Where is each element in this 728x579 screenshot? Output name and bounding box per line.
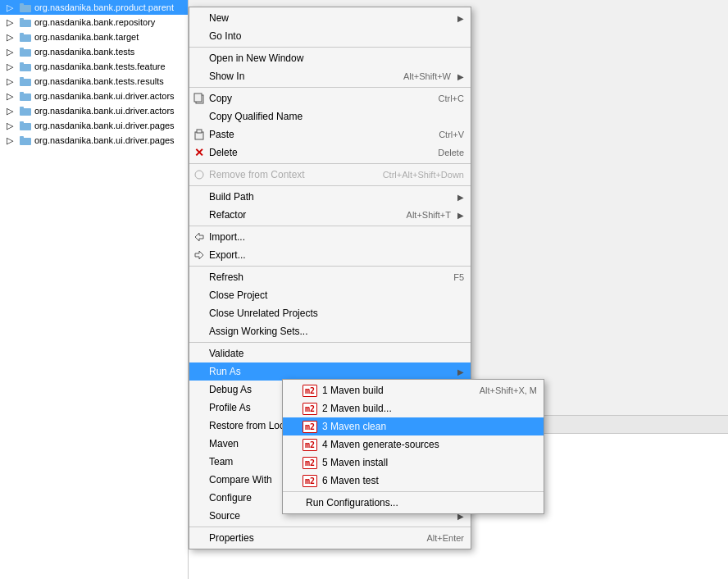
- menu-item-showIn[interactable]: Show In Alt+Shift+W ▶: [189, 67, 471, 85]
- m2-icon-1: m2: [303, 385, 317, 397]
- svg-point-24: [195, 171, 203, 179]
- svg-rect-15: [20, 107, 24, 109]
- menu-item-copyQualifiedName[interactable]: Copy Qualified Name: [189, 107, 471, 125]
- menu-arrow-runAs: ▶: [457, 367, 464, 376]
- submenu-item-maven3[interactable]: m2 3 Maven clean: [283, 417, 544, 435]
- tree-item-label-1: org.nasdanika.bank.repository: [34, 17, 155, 27]
- tree-item-label-6: org.nasdanika.bank.ui.driver.actors: [34, 91, 175, 101]
- menu-item-runAs[interactable]: Run As ▶: [189, 362, 471, 381]
- menu-item-removeFromContext-label: Remove from Context: [209, 169, 366, 180]
- expand-icon-9: ▷: [3, 134, 16, 147]
- menu-separator-8: [189, 527, 471, 527]
- submenu-item-maven2-label: 2 Maven build...: [322, 403, 537, 414]
- submenu-item-maven2[interactable]: m2 2 Maven build...: [283, 399, 544, 417]
- svg-rect-17: [20, 121, 24, 124]
- m2-icon-3: m2: [303, 421, 317, 433]
- remove-context-icon: [193, 168, 206, 181]
- svg-rect-23: [197, 130, 202, 133]
- menu-separator-3: [189, 163, 471, 164]
- submenu-item-maven1-label: 1 Maven build: [322, 385, 480, 396]
- menu-item-validate[interactable]: Validate: [189, 344, 471, 362]
- menu-item-paste[interactable]: Paste Ctrl+V: [189, 125, 471, 144]
- folder-icon-6: [19, 89, 32, 103]
- folder-icon-5: [19, 75, 32, 88]
- menu-item-closeProject[interactable]: Close Project: [189, 286, 471, 304]
- svg-rect-21: [194, 93, 202, 102]
- tree-item-8[interactable]: ▷ org.nasdanika.bank.ui.driver.pages: [0, 118, 188, 133]
- expand-icon-0: ▷: [3, 1, 16, 14]
- expand-icon-6: ▷: [3, 89, 16, 103]
- m2-icon-6: m2: [303, 475, 317, 487]
- menu-item-import-label: Import...: [209, 231, 464, 243]
- menu-item-properties[interactable]: Properties Alt+Enter: [189, 529, 471, 547]
- expand-icon-8: ▷: [3, 119, 16, 132]
- svg-rect-9: [20, 62, 24, 65]
- menu-item-openInNewWindow-label: Open in New Window: [209, 52, 464, 64]
- menu-item-buildPath[interactable]: Build Path ▶: [189, 188, 471, 206]
- menu-item-refactor-label: Refactor: [209, 209, 390, 221]
- submenu-item-maven5[interactable]: m2 5 Maven install: [283, 454, 544, 472]
- submenu-item-runConfigurations-label: Run Configurations...: [303, 497, 537, 508]
- copy-icon: [193, 92, 206, 105]
- submenu-item-runConfigurations[interactable]: Run Configurations...: [283, 494, 544, 512]
- folder-icon-4: [19, 60, 32, 73]
- menu-separator-4: [189, 185, 471, 186]
- menu-shortcut-properties: Alt+Enter: [426, 533, 464, 543]
- menu-arrow-buildPath: ▶: [457, 193, 464, 202]
- menu-item-refresh-label: Refresh: [209, 271, 437, 283]
- svg-rect-11: [20, 77, 24, 80]
- tree-item-label-3: org.nasdanika.bank.tests: [34, 47, 134, 57]
- submenu-item-maven6[interactable]: m2 6 Maven test: [283, 472, 544, 490]
- submenu-item-maven4[interactable]: m2 4 Maven generate-sources: [283, 435, 544, 454]
- menu-item-export-label: Export...: [209, 249, 464, 261]
- tree-item-4[interactable]: ▷ org.nasdanika.bank.tests.feature: [0, 59, 188, 74]
- tree-item-6[interactable]: ▷ org.nasdanika.bank.ui.driver.actors: [0, 89, 188, 103]
- menu-item-showIn-label: Show In: [209, 71, 387, 82]
- menu-item-export[interactable]: Export...: [189, 246, 471, 264]
- svg-rect-14: [20, 108, 31, 116]
- tree-item-1[interactable]: ▷ org.nasdanika.bank.repository: [0, 15, 188, 30]
- tree-item-3[interactable]: ▷ org.nasdanika.bank.tests: [0, 44, 188, 59]
- menu-item-buildPath-label: Build Path: [209, 191, 451, 203]
- menu-separator-5: [189, 226, 471, 226]
- menu-shortcut-delete: Delete: [438, 148, 464, 157]
- menu-item-closeProject-label: Close Project: [209, 290, 464, 301]
- m2-icon-2: m2: [303, 403, 317, 415]
- submenu-item-maven3-label: 3 Maven clean: [322, 421, 537, 432]
- menu-item-new-label: New: [209, 12, 451, 24]
- tree-item-label-0: org.nasdanika.bank.product.parent: [34, 2, 174, 12]
- menu-item-runAs-label: Run As: [209, 366, 451, 377]
- expand-icon-2: ▷: [3, 30, 16, 43]
- menu-item-assignWorkingSets[interactable]: Assign Working Sets...: [189, 322, 471, 340]
- import-icon: [193, 230, 206, 244]
- menu-item-new[interactable]: New ▶: [189, 9, 471, 27]
- svg-rect-16: [20, 123, 31, 130]
- tree-item-label-9: org.nasdanika.bank.ui.driver.pages: [34, 135, 175, 145]
- menu-item-copy[interactable]: Copy Ctrl+C: [189, 89, 471, 107]
- menu-item-delete-label: Delete: [209, 147, 421, 158]
- menu-item-closeUnrelatedProjects[interactable]: Close Unrelated Projects: [189, 304, 471, 322]
- menu-item-removeFromContext: Remove from Context Ctrl+Alt+Shift+Down: [189, 166, 471, 184]
- menu-item-openInNewWindow[interactable]: Open in New Window: [189, 49, 471, 67]
- tree-item-9[interactable]: ▷ org.nasdanika.bank.ui.driver.pages: [0, 133, 188, 148]
- expand-icon-3: ▷: [3, 45, 16, 58]
- folder-icon-3: [19, 45, 32, 58]
- menu-item-refresh[interactable]: Refresh F5: [189, 268, 471, 286]
- tree-item-2[interactable]: ▷ org.nasdanika.bank.target: [0, 30, 188, 44]
- menu-separator-2: [189, 87, 471, 88]
- tree-item-0[interactable]: ▷ org.nasdanika.bank.product.parent: [0, 0, 188, 15]
- ide-background: ▷ org.nasdanika.bank.product.parent ▷ or…: [0, 0, 728, 579]
- submenu-item-maven1[interactable]: m2 1 Maven build Alt+Shift+X, M: [283, 381, 544, 399]
- menu-item-delete[interactable]: ✕ Delete Delete: [189, 144, 471, 162]
- menu-item-goInto[interactable]: Go Into: [189, 27, 471, 45]
- m2-icon-4: m2: [303, 439, 317, 451]
- menu-item-refactor[interactable]: Refactor Alt+Shift+T ▶: [189, 206, 471, 224]
- svg-rect-4: [20, 34, 31, 42]
- tree-item-5[interactable]: ▷ org.nasdanika.bank.tests.results: [0, 74, 188, 89]
- tree-item-7[interactable]: ▷ org.nasdanika.bank.ui.driver.actors: [0, 103, 188, 118]
- submenu-item-maven5-label: 5 Maven install: [322, 457, 537, 468]
- menu-shortcut-removeFromContext: Ctrl+Alt+Shift+Down: [383, 170, 464, 180]
- menu-item-import[interactable]: Import...: [189, 228, 471, 246]
- menu-separator-1: [189, 47, 471, 48]
- paste-icon: [193, 128, 206, 141]
